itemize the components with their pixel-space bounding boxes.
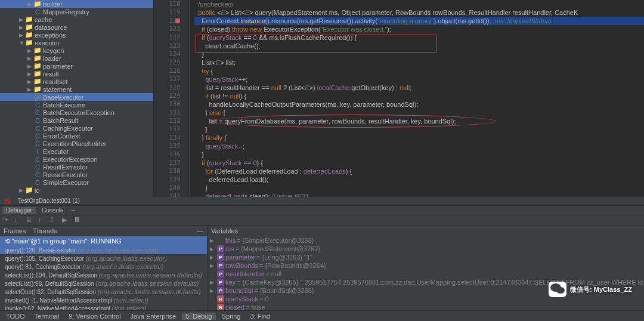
tree-item[interactable]: ▼📁executor: [0, 39, 153, 47]
bottom-tab[interactable]: 5: Debug: [182, 313, 216, 320]
step-over-icon[interactable]: ↷: [2, 216, 11, 224]
code-line[interactable]: if (closed) throw new ExecutorException(…: [194, 25, 644, 33]
line-number[interactable]: 135: [154, 142, 181, 150]
thread-header[interactable]: ⟲ "main"@1 in group "main": RUNNING: [0, 236, 207, 246]
force-step-icon[interactable]: ⇊: [26, 216, 35, 224]
tree-item[interactable]: CSimpleExecutor: [0, 178, 153, 186]
tree-item[interactable]: ▶📁exceptions: [0, 31, 153, 39]
variable-row[interactable]: ▶ this = {SimpleExecutor@3258}: [208, 236, 644, 245]
bottom-tab[interactable]: Java Enterprise: [127, 313, 179, 320]
variable-row[interactable]: ▶P parameter = {Long@3263} "1": [208, 253, 644, 261]
tree-item[interactable]: CCachingExecutor: [0, 124, 153, 132]
stack-frame[interactable]: query():105, CachingExecutor (org.apache…: [0, 254, 207, 263]
stack-frame[interactable]: selectList():98, DefaultSqlSession (org.…: [0, 279, 207, 288]
variable-row[interactable]: ▶P ms = {MappedStatement@3262}: [208, 245, 644, 253]
code-area[interactable]: /unchecked/ public <E> List<E> query(Map…: [190, 0, 644, 197]
code-line[interactable]: if (queryStack == 0 && ms.isFlushCacheRe…: [194, 33, 644, 42]
tree-item[interactable]: CBatchResult: [0, 116, 153, 124]
line-number[interactable]: 125: [154, 58, 181, 67]
code-line[interactable]: }: [194, 150, 644, 159]
tree-item[interactable]: ▶📁datasource: [0, 23, 153, 31]
run-to-cursor-icon[interactable]: ▶: [62, 216, 70, 224]
code-line[interactable]: queryStack++;: [194, 75, 644, 84]
stack-frame[interactable]: query():81, CachingExecutor (org.apache.…: [0, 263, 207, 271]
line-number[interactable]: 118: [154, 0, 181, 8]
code-line[interactable]: }: [194, 184, 644, 192]
line-number[interactable]: 122: [154, 33, 181, 42]
debug-run-tab[interactable]: 🐞 TestOrgDao.test001 (1): [0, 197, 644, 205]
line-number[interactable]: 140: [154, 184, 181, 192]
line-number[interactable]: 119: [154, 8, 181, 17]
line-number[interactable]: 123: [154, 42, 181, 50]
tree-item[interactable]: ▶📁statement: [0, 85, 153, 93]
project-tree[interactable]: ▶📁builderCMapperRegistry▶📁cache▶📁datasou…: [0, 0, 154, 197]
tree-item[interactable]: IExecutor: [0, 147, 153, 155]
tree-item[interactable]: ▶📁parameter: [0, 62, 153, 70]
tree-item[interactable]: CBatchExecutorException: [0, 109, 153, 116]
bottom-tab[interactable]: TODO: [2, 313, 29, 320]
tree-item[interactable]: CExecutionPlaceholder: [0, 140, 153, 147]
tree-item[interactable]: CExecutorException: [0, 155, 153, 163]
line-number[interactable]: 141: [154, 192, 181, 197]
drop-frame-icon[interactable]: ⤴: [50, 216, 58, 224]
frames-tab[interactable]: Frames: [4, 227, 26, 234]
code-line[interactable]: if (list != null) {: [194, 92, 644, 100]
line-number[interactable]: 134: [154, 134, 181, 142]
line-number[interactable]: 130: [154, 100, 181, 109]
restore-icon[interactable]: ⟲: [5, 237, 10, 245]
threads-tab[interactable]: Threads: [33, 227, 57, 234]
line-number[interactable]: 131: [154, 109, 181, 117]
code-editor[interactable]: 1181191201211221231241251261271281291301…: [154, 0, 644, 197]
code-line[interactable]: }: [194, 50, 644, 58]
stack-frame[interactable]: query():120, BaseExecutor (org.apache.ib…: [0, 246, 207, 254]
code-line[interactable]: clearLocalCache();: [194, 42, 644, 50]
code-line[interactable]: queryStack--;: [194, 142, 644, 150]
tree-item[interactable]: CMapperRegistry: [0, 8, 153, 16]
code-line[interactable]: deferredLoad.load();: [194, 175, 644, 184]
line-number[interactable]: 120: [154, 17, 181, 25]
stack-frame[interactable]: invoke0():-1, NativeMethodAccessorImpl (…: [0, 296, 207, 304]
code-line[interactable]: List<E> list;: [194, 58, 644, 67]
code-line[interactable]: list = resultHandler == null ? (List<E>)…: [194, 84, 644, 92]
code-line[interactable]: handleLocallyCachedOutputParameters(ms, …: [194, 100, 644, 109]
step-into-icon[interactable]: ↓: [14, 216, 23, 224]
tree-item[interactable]: CReuseExecutor: [0, 171, 153, 178]
line-number[interactable]: 138: [154, 167, 181, 175]
debug-tabs[interactable]: Debugger Console →: [0, 206, 644, 215]
tree-item[interactable]: CBatchExecutor: [0, 101, 153, 109]
debug-toolbar[interactable]: ↷ ↓ ⇊ ↑ ⤴ ▶ 🖩: [0, 215, 644, 226]
arrow-right-icon[interactable]: →: [70, 206, 76, 214]
code-line[interactable]: ErrorContext.instance().resource(ms.getR…: [194, 17, 644, 25]
line-number[interactable]: 121: [154, 25, 181, 33]
bottom-tab[interactable]: 9: Version Control: [65, 313, 124, 320]
line-number[interactable]: 129: [154, 92, 181, 100]
tab-console[interactable]: Console: [38, 207, 67, 214]
code-line[interactable]: if (queryStack == 0) {: [194, 159, 644, 167]
stack-frame[interactable]: selectOne():62, DefaultSqlSession (org.a…: [0, 288, 207, 296]
tree-item[interactable]: CErrorContext: [0, 132, 153, 140]
code-line[interactable]: deferredLoads.clear(); // issue #601: [194, 192, 644, 197]
evaluate-icon[interactable]: 🖩: [74, 216, 82, 224]
line-number[interactable]: 137: [154, 159, 181, 167]
code-line[interactable]: } finally {: [194, 134, 644, 142]
variable-row[interactable]: ▶P rowBounds = {RowBounds@3264}: [208, 261, 644, 270]
tree-item[interactable]: ▶📁resultset: [0, 78, 153, 85]
line-number[interactable]: 126: [154, 67, 181, 75]
bottom-tab[interactable]: 3: Find: [246, 313, 274, 320]
tab-debugger[interactable]: Debugger: [2, 207, 36, 214]
tree-item[interactable]: CResultExtractor: [0, 163, 153, 171]
tree-item[interactable]: ▶📁keygen: [0, 47, 153, 54]
tree-item[interactable]: ⒶBaseExecutor: [0, 93, 153, 101]
tree-item[interactable]: ▶📁result: [0, 70, 153, 78]
step-out-icon[interactable]: ↑: [38, 216, 47, 224]
code-line[interactable]: for (DeferredLoad deferredLoad : deferre…: [194, 167, 644, 175]
tree-item[interactable]: ▶📁cache: [0, 16, 153, 23]
bottom-tab[interactable]: Terminal: [31, 313, 63, 320]
tree-item[interactable]: ▶📁io: [0, 186, 153, 194]
line-number[interactable]: 136: [154, 150, 181, 159]
stack-frame[interactable]: selectList():104, DefaultSqlSession (org…: [0, 271, 207, 279]
line-number[interactable]: 128: [154, 84, 181, 92]
code-line[interactable]: public <E> List<E> query(MappedStatement…: [194, 8, 644, 17]
variable-row[interactable]: P resultHandler = null: [208, 270, 644, 278]
tree-item[interactable]: ▶📁loader: [0, 54, 153, 62]
